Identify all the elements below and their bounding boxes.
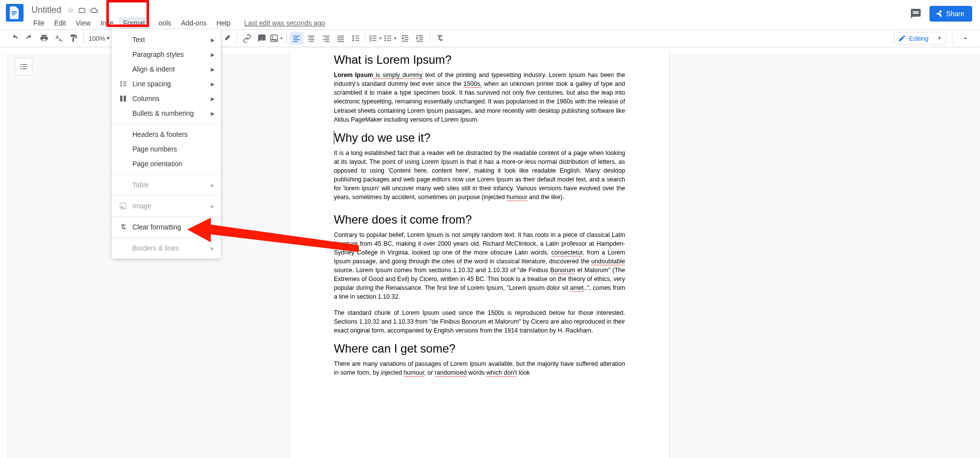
svg-point-4	[940, 11, 941, 12]
line-spacing-button[interactable]	[349, 32, 362, 45]
zoom-selector[interactable]: 100% ▼	[87, 35, 112, 42]
redo-button[interactable]	[23, 32, 36, 45]
header-bar: Untitled ☆ File Edit View Inse Format oo…	[0, 0, 980, 23]
menu-insert[interactable]: Inse	[97, 17, 117, 29]
share-button[interactable]: Share	[930, 6, 972, 22]
highlight-button[interactable]	[220, 32, 234, 45]
paint-format-button[interactable]	[67, 32, 80, 45]
menu-text[interactable]: Text▶	[112, 32, 221, 47]
line-spacing-icon	[118, 80, 128, 88]
insert-comment-button[interactable]	[255, 32, 269, 45]
menu-page-numbers[interactable]: Page numbers	[112, 142, 221, 156]
svg-rect-0	[12, 11, 17, 12]
svg-rect-52	[20, 64, 22, 65]
paragraph-2: It is a long established fact that a rea…	[334, 149, 625, 202]
svg-rect-18	[308, 39, 315, 40]
svg-rect-37	[387, 36, 391, 37]
menu-line-spacing[interactable]: Line spacing▶	[112, 76, 221, 91]
menu-table: Table▶	[112, 178, 221, 192]
undo-button[interactable]	[8, 32, 22, 45]
image-icon	[118, 202, 128, 210]
svg-rect-40	[402, 35, 408, 36]
svg-rect-2	[12, 14, 15, 15]
menu-align-indent[interactable]: Align & indent▶	[112, 62, 221, 76]
align-left-button[interactable]	[290, 32, 303, 45]
svg-rect-31	[370, 35, 371, 37]
svg-rect-38	[387, 38, 391, 39]
svg-rect-25	[337, 38, 344, 39]
svg-rect-54	[20, 66, 22, 67]
svg-rect-20	[323, 36, 329, 37]
svg-rect-47	[416, 41, 423, 42]
menu-edit[interactable]: Edit	[50, 17, 70, 29]
menu-view[interactable]: View	[72, 17, 95, 29]
print-button[interactable]	[37, 32, 51, 45]
menu-tools[interactable]: ools	[155, 17, 176, 29]
menu-page-orientation[interactable]: Page orientation	[112, 156, 221, 171]
svg-rect-29	[373, 38, 377, 39]
insert-link-button[interactable]	[240, 32, 254, 45]
svg-point-36	[384, 40, 386, 41]
heading-4: Where can I get some?	[334, 342, 625, 356]
svg-rect-1	[12, 13, 17, 14]
menu-file[interactable]: File	[29, 17, 49, 29]
svg-rect-55	[23, 66, 27, 67]
clear-formatting-icon	[118, 223, 128, 231]
align-justify-button[interactable]	[334, 32, 348, 45]
svg-rect-39	[387, 40, 391, 41]
docs-logo[interactable]	[6, 4, 24, 22]
svg-rect-53	[23, 64, 27, 65]
svg-rect-46	[419, 39, 423, 40]
paragraph-5: There are many variations of passages of…	[334, 359, 625, 377]
bulleted-list-button[interactable]: ▼	[383, 32, 397, 45]
collapse-icon[interactable]	[958, 32, 972, 45]
svg-rect-27	[337, 41, 344, 42]
comments-icon[interactable]	[910, 8, 922, 20]
document-page[interactable]: What is Lorem Ipsum? Lorem Ipsum is simp…	[290, 48, 669, 458]
insert-image-button[interactable]: ▼	[270, 32, 283, 45]
outline-toggle-button[interactable]	[15, 58, 32, 76]
menu-clear-formatting[interactable]: Clear formatting	[112, 220, 221, 234]
align-right-button[interactable]	[319, 32, 333, 45]
vertical-ruler[interactable]	[0, 48, 8, 458]
document-title[interactable]: Untitled	[29, 4, 63, 16]
svg-rect-49	[124, 96, 126, 102]
menu-addons[interactable]: Add-ons	[177, 17, 210, 29]
paragraph-4: The standard chunk of Lorem Ipsum used s…	[334, 308, 625, 335]
svg-rect-23	[325, 41, 329, 42]
checklist-button[interactable]: ▼	[369, 32, 382, 45]
title-area: Untitled ☆ File Edit View Inse Format oo…	[29, 4, 329, 29]
heading-2: Why do we use it?	[334, 131, 625, 145]
menu-image: Image▶	[112, 199, 221, 213]
menu-columns[interactable]: Columns▶	[112, 91, 221, 106]
menu-help[interactable]: Help	[212, 17, 234, 29]
columns-icon	[118, 95, 128, 102]
increase-indent-button[interactable]	[413, 32, 427, 45]
svg-rect-22	[323, 39, 329, 40]
zoom-value: 100%	[89, 35, 105, 42]
paragraph-1: Lorem Ipsum is simply dummy text of the …	[334, 71, 625, 124]
cloud-status-icon[interactable]	[90, 6, 99, 15]
menu-headers-footers[interactable]: Headers & footers	[112, 127, 221, 142]
svg-rect-44	[416, 35, 423, 36]
svg-point-3	[936, 13, 938, 14]
spellcheck-button[interactable]	[52, 32, 66, 45]
svg-rect-21	[325, 38, 329, 39]
menu-bullets-numbering[interactable]: Bullets & numbering▶	[112, 106, 221, 121]
svg-rect-9	[260, 37, 263, 38]
menu-format[interactable]: Format	[119, 17, 149, 29]
svg-rect-12	[293, 36, 300, 37]
editing-mode-button[interactable]: Editing ▼	[894, 32, 946, 45]
move-icon[interactable]	[78, 6, 87, 15]
star-icon[interactable]: ☆	[66, 6, 75, 15]
last-edit-link[interactable]: Last edit was seconds ago	[240, 17, 329, 29]
svg-point-35	[384, 38, 386, 39]
menu-paragraph-styles[interactable]: Paragraph styles▶	[112, 47, 221, 62]
svg-rect-26	[337, 39, 344, 40]
svg-rect-24	[337, 36, 344, 37]
clear-formatting-button[interactable]	[433, 32, 447, 45]
svg-rect-15	[293, 41, 298, 42]
svg-rect-43	[402, 41, 408, 42]
align-center-button[interactable]	[304, 32, 318, 45]
decrease-indent-button[interactable]	[398, 32, 412, 45]
